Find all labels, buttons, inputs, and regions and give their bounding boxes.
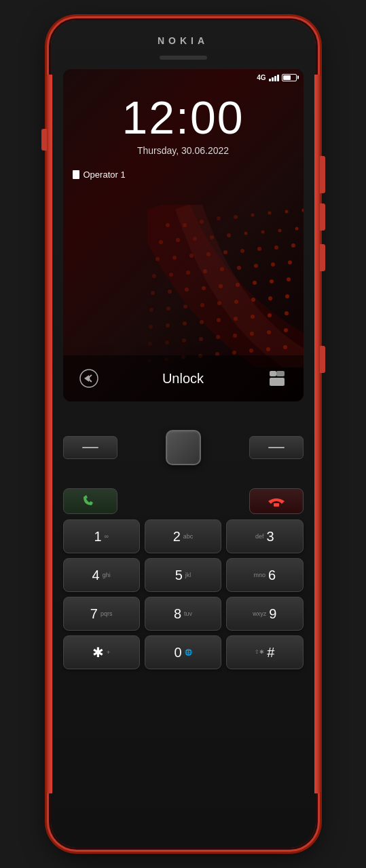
svg-point-16 (261, 231, 264, 234)
key-0[interactable]: 0 🌐 (145, 635, 221, 669)
key-star-sub: + (107, 649, 110, 656)
key-0-content: 0 🌐 (174, 646, 191, 659)
svg-point-67 (199, 337, 203, 341)
menu-icon (267, 368, 287, 389)
key-8-main: 8 (174, 607, 181, 620)
svg-point-66 (182, 338, 186, 342)
numpad: 1 ∞ 2 abc def 3 4 (63, 519, 304, 669)
end-call-icon (267, 494, 286, 508)
key-4[interactable]: 4 ghi (63, 558, 140, 592)
svg-point-65 (165, 340, 169, 344)
volume-up-button[interactable] (41, 129, 47, 151)
screen: /* dots drawn in CSS background */ (63, 69, 304, 401)
key-5-main: 5 (175, 568, 183, 582)
key-1-sub: ∞ (105, 533, 109, 540)
svg-point-71 (267, 330, 271, 334)
call-button[interactable] (63, 488, 117, 514)
end-call-button[interactable] (249, 488, 304, 514)
softkey-row (63, 414, 304, 481)
right-softkey-icon[interactable] (265, 366, 289, 391)
screen-bottom-bar: Unlock (63, 355, 304, 401)
key-1[interactable]: 1 ∞ (63, 519, 140, 553)
battery-icon (282, 74, 297, 81)
signal-bar-1 (269, 79, 271, 81)
key-star[interactable]: ✱ + (63, 635, 140, 669)
screen-bezel: /* dots drawn in CSS background */ (63, 69, 304, 401)
svg-point-55 (149, 325, 153, 329)
left-softkey-icon[interactable] (77, 366, 101, 391)
operator-bar: Operator 1 (73, 170, 126, 180)
date-display: Thursday, 30.06.2022 (63, 145, 304, 156)
side-button-2[interactable] (320, 244, 325, 271)
svg-point-63 (285, 311, 289, 315)
svg-point-25 (257, 247, 261, 251)
earpiece (160, 56, 207, 60)
svg-point-18 (295, 227, 298, 231)
side-button-1[interactable] (320, 203, 325, 231)
unlock-label[interactable]: Unlock (162, 371, 204, 387)
key-2[interactable]: 2 abc (145, 519, 221, 553)
key-hash[interactable]: ⇧✱ # (226, 635, 303, 669)
svg-point-28 (152, 274, 156, 278)
left-softkey-line (82, 447, 98, 448)
key-5[interactable]: 5 jkl (145, 558, 221, 592)
key-6-content: mno 6 (254, 568, 276, 582)
key-4-main: 4 (92, 568, 100, 582)
svg-point-13 (210, 235, 214, 239)
key-6-main: 6 (268, 568, 276, 582)
svg-point-3 (200, 220, 204, 224)
key-9[interactable]: wxyz 9 (226, 597, 303, 631)
svg-point-27 (291, 243, 295, 248)
key-8-sub: tuv (184, 610, 192, 618)
svg-point-21 (189, 254, 194, 258)
svg-point-30 (186, 271, 190, 275)
left-softkey-button[interactable] (63, 436, 117, 459)
key-7[interactable]: 7 pqrs (63, 597, 140, 631)
volume-down-button[interactable] (320, 156, 325, 193)
svg-point-44 (270, 279, 274, 283)
key-3[interactable]: def 3 (226, 519, 303, 553)
svg-point-1 (166, 223, 170, 227)
svg-point-33 (237, 266, 241, 270)
right-softkey-button[interactable] (249, 436, 304, 459)
nav-center-button[interactable] (166, 430, 201, 465)
key-2-content: 2 abc (173, 530, 194, 543)
svg-rect-83 (270, 371, 276, 376)
key-9-main: 9 (269, 607, 276, 620)
svg-point-37 (151, 291, 155, 295)
key-3-main: 3 (267, 530, 274, 543)
key-1-main: 1 (94, 530, 101, 543)
svg-point-17 (278, 229, 281, 233)
svg-rect-86 (274, 503, 279, 507)
key-4-sub: ghi (103, 572, 111, 579)
svg-point-6 (251, 214, 254, 217)
key-5-sub: jkl (185, 572, 191, 579)
svg-point-69 (233, 334, 237, 338)
side-button-3[interactable] (320, 346, 325, 373)
svg-point-54 (285, 294, 289, 298)
key-0-main: 0 (174, 646, 181, 659)
signal-bar-4 (277, 75, 279, 81)
svg-point-11 (176, 238, 180, 242)
svg-point-19 (155, 257, 160, 261)
svg-point-42 (236, 283, 240, 287)
svg-rect-84 (270, 378, 285, 386)
svg-point-35 (271, 262, 275, 267)
call-icon (81, 494, 100, 508)
svg-point-5 (234, 215, 238, 219)
key-hash-sub: ⇧✱ (255, 649, 264, 656)
svg-point-24 (240, 249, 244, 253)
svg-point-34 (254, 264, 258, 268)
key-1-content: 1 ∞ (94, 530, 109, 543)
signal-bar-3 (274, 76, 276, 81)
key-hash-content: ⇧✱ # (255, 646, 274, 659)
key-6[interactable]: mno 6 (226, 558, 303, 592)
back-icon (79, 368, 99, 389)
key-8[interactable]: 8 tuv (145, 597, 221, 631)
call-row (63, 488, 304, 514)
key-3-sub: def (255, 533, 264, 540)
svg-point-43 (253, 281, 257, 285)
svg-point-52 (251, 298, 255, 302)
key-0-sub: 🌐 (185, 649, 192, 656)
key-5-content: 5 jkl (175, 568, 191, 582)
